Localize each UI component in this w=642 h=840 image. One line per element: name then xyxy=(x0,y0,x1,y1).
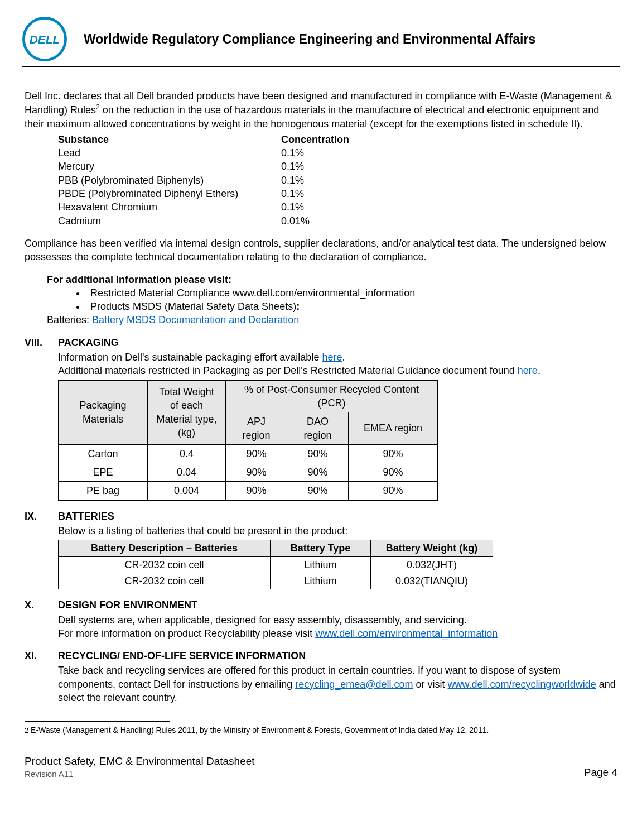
additional-info-block: For additional information please visit:… xyxy=(47,273,617,327)
packaging-text: . xyxy=(538,365,540,376)
footer-revision: Revision A11 xyxy=(25,769,255,780)
section-number: IX. xyxy=(25,510,58,523)
packaging-header-pcr: % of Post-Consumer Recycled Content (PCR… xyxy=(226,380,438,412)
design-text: For more information on product Recyclab… xyxy=(58,628,315,639)
packaging-cell: 90% xyxy=(349,463,438,482)
compliance-paragraph: Compliance has been verified via interna… xyxy=(25,237,617,264)
substance-value: 0.1% xyxy=(281,174,393,187)
footer-doc-title: Product Safety, EMC & Environmental Data… xyxy=(25,754,255,769)
packaging-cell: PE bag xyxy=(59,482,148,500)
batteries-label: Batteries: xyxy=(47,314,92,325)
recycling-email-link[interactable]: recycling_emea@dell.com xyxy=(295,679,413,690)
substance-value: 0.01% xyxy=(281,214,393,228)
substance-name: PBB (Polybrominated Biphenyls) xyxy=(58,174,281,187)
packaging-cell: EPE xyxy=(59,463,148,482)
table-row: CR-2032 coin cell Lithium 0.032(TIANQIU) xyxy=(59,573,493,589)
packaging-header-weight: Total Weight of each Material type, (kg) xyxy=(148,380,226,444)
environmental-info-link[interactable]: www.dell.com/environmental_information xyxy=(233,287,415,299)
battery-cell: CR-2032 coin cell xyxy=(59,556,271,573)
section-title: PACKAGING xyxy=(58,336,119,349)
table-row: EPE 0.04 90% 90% 90% xyxy=(59,463,438,482)
substance-header-name: Substance xyxy=(58,133,281,146)
packaging-cell: 90% xyxy=(226,463,287,482)
document-header: DELL Worldwide Regulatory Compliance Eng… xyxy=(22,17,620,67)
design-section-body: Dell systems are, when applicable, desig… xyxy=(58,613,617,641)
substance-name: Cadmium xyxy=(58,214,281,228)
substance-row: Hexavalent Chromium 0.1% xyxy=(58,200,617,214)
substance-row: PBDE (Polybrominated Diphenyl Ethers) 0.… xyxy=(58,187,617,200)
intro-paragraph: Dell Inc. declares that all Dell branded… xyxy=(25,89,617,131)
substance-value: 0.1% xyxy=(281,146,393,160)
substance-name: Mercury xyxy=(58,160,281,173)
design-text: Dell systems are, when applicable, desig… xyxy=(58,613,617,627)
footer-page-number: Page 4 xyxy=(584,765,617,780)
section-heading-design: X. DESIGN FOR ENVIRONMENT xyxy=(25,598,617,612)
substance-value: 0.1% xyxy=(281,200,393,214)
packaging-cell: Carton xyxy=(59,444,148,463)
battery-cell: 0.032(JHT) xyxy=(371,556,493,573)
substance-table: Substance Concentration Lead 0.1% Mercur… xyxy=(58,133,617,228)
batteries-section-body: Below is a listing of batteries that cou… xyxy=(58,524,617,589)
section-heading-batteries: IX. BATTERIES xyxy=(25,510,617,523)
section-number: XI. xyxy=(25,649,58,663)
section-heading-recycling: XI. RECYCLING/ END-OF-LIFE SERVICE INFOR… xyxy=(25,649,617,663)
packaging-cell: 90% xyxy=(287,444,349,463)
battery-cell: Lithium xyxy=(271,556,371,573)
packaging-cell: 0.04 xyxy=(148,463,226,482)
bullet-text: Products MSDS (Material Safety Data Shee… xyxy=(90,301,296,312)
battery-msds-link[interactable]: Battery MSDS Documentation and Declarati… xyxy=(92,314,299,325)
table-row: CR-2032 coin cell Lithium 0.032(JHT) xyxy=(59,556,493,573)
section-title: DESIGN FOR ENVIRONMENT xyxy=(58,598,197,612)
substance-row: Mercury 0.1% xyxy=(58,160,617,173)
packaging-table: Packaging Materials Total Weight of each… xyxy=(58,380,438,501)
packaging-header-dao: DAO region xyxy=(287,412,349,445)
packaging-here-link[interactable]: here xyxy=(322,352,342,363)
packaging-header-apj: APJ region xyxy=(226,412,287,445)
batteries-table: Battery Description – Batteries Battery … xyxy=(58,540,493,589)
packaging-header-emea: EMEA region xyxy=(349,412,438,445)
section-number: X. xyxy=(25,598,58,612)
recycling-worldwide-link[interactable]: www.dell.com/recyclingworldwide xyxy=(448,679,596,690)
packaging-cell: 90% xyxy=(349,444,438,463)
packaging-cell: 90% xyxy=(287,463,349,482)
battery-cell: CR-2032 coin cell xyxy=(59,573,271,589)
table-row: PE bag 0.004 90% 90% 90% xyxy=(59,482,438,500)
svg-text:DELL: DELL xyxy=(30,33,60,46)
header-title: Worldwide Regulatory Compliance Engineer… xyxy=(84,32,535,47)
packaging-cell: 90% xyxy=(226,444,287,463)
section-heading-packaging: VIII. PACKAGING xyxy=(25,336,617,349)
packaging-text: Information on Dell's sustainable packag… xyxy=(58,352,322,363)
recyclability-link[interactable]: www.dell.com/environmental_information xyxy=(315,628,498,639)
substance-name: PBDE (Polybrominated Diphenyl Ethers) xyxy=(58,187,281,200)
packaging-text: Additional materials restricted in Packa… xyxy=(58,365,518,376)
substance-header-concentration: Concentration xyxy=(281,133,393,146)
packaging-header-materials: Packaging Materials xyxy=(59,380,148,444)
restricted-guidance-link[interactable]: here xyxy=(518,365,538,376)
substance-row: Lead 0.1% xyxy=(58,146,617,160)
substance-row: PBB (Polybrominated Biphenyls) 0.1% xyxy=(58,174,617,187)
section-title: RECYCLING/ END-OF-LIFE SERVICE INFORMATI… xyxy=(58,649,306,663)
substance-row: Cadmium 0.01% xyxy=(58,214,617,228)
batteries-header-type: Battery Type xyxy=(271,540,371,556)
packaging-cell: 90% xyxy=(349,482,438,500)
section-number: VIII. xyxy=(25,336,58,349)
recycling-section-body: Take back and recycling services are off… xyxy=(58,664,617,704)
footer-separator xyxy=(25,746,617,746)
footnote-separator xyxy=(25,721,170,722)
list-item: Restricted Material Compliance www.dell.… xyxy=(86,286,617,300)
substance-name: Lead xyxy=(58,146,281,160)
recycling-text: or visit xyxy=(413,679,448,690)
packaging-section-body: Information on Dell's sustainable packag… xyxy=(58,351,617,501)
dell-logo-icon: DELL xyxy=(22,17,67,61)
substance-name: Hexavalent Chromium xyxy=(58,200,281,214)
packaging-text: . xyxy=(342,352,345,363)
battery-cell: Lithium xyxy=(271,573,371,589)
substance-value: 0.1% xyxy=(281,160,393,173)
table-row: Carton 0.4 90% 90% 90% xyxy=(59,444,438,463)
bullet-text: Restricted Material Compliance xyxy=(90,287,233,299)
packaging-cell: 0.004 xyxy=(148,482,226,500)
footnote: 2 E-Waste (Management & Handling) Rules … xyxy=(25,725,617,736)
footnote-text: E-Waste (Management & Handling) Rules 20… xyxy=(28,726,489,735)
list-item: Products MSDS (Material Safety Data Shee… xyxy=(86,300,617,313)
bullet-colon: : xyxy=(296,301,300,312)
